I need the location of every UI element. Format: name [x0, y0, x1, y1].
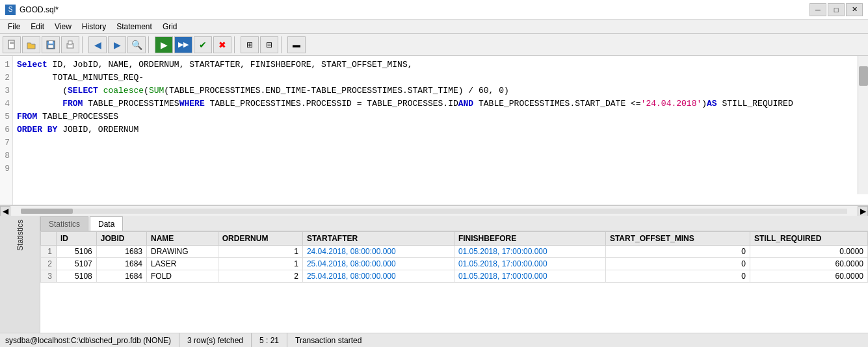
vertical-scrollbar[interactable]: [858, 56, 868, 194]
code-line-7: [17, 136, 864, 149]
scroll-track: [21, 209, 847, 214]
results-main: Statistics Data ID JOBID NAME ORDERNUM: [40, 216, 868, 333]
panel-button[interactable]: ▬: [287, 36, 306, 53]
header-row: ID JOBID NAME ORDERNUM STARTAFTER FINISH…: [41, 232, 868, 246]
menu-statement[interactable]: Statement: [111, 19, 157, 33]
line-num-4: 4: [0, 97, 12, 110]
cell-id-1: 5106: [57, 246, 97, 258]
close-button[interactable]: ✕: [846, 3, 863, 16]
cell-ordernum-2: 1: [218, 258, 302, 270]
run-button[interactable]: ▶: [155, 36, 173, 53]
horizontal-scrollbar[interactable]: ◀ ▶: [0, 205, 868, 216]
window-title: GOOD.sql*: [20, 5, 59, 14]
save-button[interactable]: [42, 36, 60, 53]
app-icon: S: [5, 5, 16, 15]
toolbar-separator-1: [82, 36, 86, 53]
status-bar: sysdba@localhost:C:\db\sched_pro.fdb (NO…: [0, 333, 868, 347]
status-connection: sysdba@localhost:C:\db\sched_pro.fdb (NO…: [5, 333, 179, 347]
table-row: 3 5108 1684 FOLD 2 25.04.2018, 08:00:00.…: [41, 270, 868, 283]
header-jobid: JOBID: [96, 232, 146, 246]
menu-view[interactable]: View: [49, 19, 77, 33]
editor-content: 1 2 3 4 5 6 7 8 9 Select ID, JobID, NAME…: [0, 56, 868, 205]
line-num-8: 8: [0, 149, 12, 162]
line-num-2: 2: [0, 71, 12, 84]
svg-rect-8: [68, 45, 72, 47]
cell-startafter-1: 24.04.2018, 08:00:00.000: [302, 246, 454, 258]
sql-editor[interactable]: 1 2 3 4 5 6 7 8 9 Select ID, JobID, NAME…: [0, 56, 868, 205]
run-all-button[interactable]: ▶▶: [174, 36, 192, 53]
table-row: 2 5107 1684 LASER 1 25.04.2018, 08:00:00…: [41, 258, 868, 270]
status-fetched: 3 row(s) fetched: [179, 333, 252, 347]
toolbar-separator-4: [281, 36, 285, 53]
header-still-required: STILL_REQUIRED: [750, 232, 867, 246]
new-button[interactable]: [3, 36, 21, 53]
cell-startafter-2: 25.04.2018, 08:00:00.000: [302, 258, 454, 270]
stop-button[interactable]: ✖: [213, 36, 231, 53]
title-bar-left: S GOOD.sql*: [5, 5, 59, 15]
cell-jobid-1: 1683: [96, 246, 146, 258]
cell-ordernum-1: 1: [218, 246, 302, 258]
toolbar-separator-3: [234, 36, 238, 53]
scroll-right-button[interactable]: ▶: [858, 206, 868, 216]
cell-rownum-1: 1: [41, 246, 57, 258]
cell-startafter-3: 25.04.2018, 08:00:00.000: [302, 270, 454, 283]
toolbar: ◀ ▶ 🔍 ▶ ▶▶ ✔ ✖ ⊞ ⊟ ▬: [0, 34, 868, 56]
menu-file[interactable]: File: [3, 19, 25, 33]
header-name: NAME: [147, 232, 218, 246]
code-line-3: (SELECT coalesce(SUM(TABLE_PROCESSTIMES.…: [17, 84, 864, 97]
line-num-6: 6: [0, 123, 12, 136]
code-line-2: TOTAL_MINUTES_REQ-: [17, 71, 864, 84]
statistics-sidebar: Statistics: [0, 216, 40, 333]
nav-forward-button[interactable]: ▶: [108, 36, 126, 53]
search-button[interactable]: 🔍: [127, 36, 146, 53]
svg-rect-0: [8, 40, 14, 49]
cell-rownum-3: 3: [41, 270, 57, 283]
code-line-1: Select ID, JobID, NAME, ORDERNUM, STARTA…: [17, 58, 864, 71]
menu-history[interactable]: History: [77, 19, 111, 33]
data-table-container[interactable]: ID JOBID NAME ORDERNUM STARTAFTER FINISH…: [40, 231, 868, 333]
header-finishbefore: FINISHBEFORE: [454, 232, 605, 246]
cell-name-3: FOLD: [147, 270, 218, 283]
scroll-left-button[interactable]: ◀: [0, 206, 10, 216]
grid-view-button[interactable]: ⊞: [241, 36, 259, 53]
code-line-6: ORDER BY JOBID, ORDERNUM: [17, 123, 864, 136]
code-content[interactable]: Select ID, JobID, NAME, ORDERNUM, STARTA…: [13, 56, 868, 205]
toolbar-separator-2: [148, 36, 152, 53]
header-id: ID: [57, 232, 97, 246]
cell-offset-2: 0: [605, 258, 750, 270]
cell-still-1: 0.0000: [750, 246, 867, 258]
results-area: Statistics Statistics Data ID JOBID: [0, 216, 868, 333]
cell-offset-1: 0: [605, 246, 750, 258]
cell-ordernum-3: 2: [218, 270, 302, 283]
line-num-7: 7: [0, 136, 12, 149]
menu-grid[interactable]: Grid: [157, 19, 183, 33]
maximize-button[interactable]: □: [828, 3, 845, 16]
scrollbar-thumb-v: [859, 66, 868, 86]
cell-finishbefore-2: 01.05.2018, 17:00:00.000: [454, 258, 605, 270]
line-numbers: 1 2 3 4 5 6 7 8 9: [0, 56, 13, 205]
scrollbar-thumb-h: [21, 209, 73, 214]
check-button[interactable]: ✔: [194, 36, 212, 53]
nav-back-button[interactable]: ◀: [88, 36, 107, 53]
svg-rect-7: [68, 41, 72, 44]
line-num-1: 1: [0, 58, 12, 71]
menu-edit[interactable]: Edit: [25, 19, 49, 33]
table-row: 1 5106 1683 DRAWING 1 24.04.2018, 08:00:…: [41, 246, 868, 258]
minimize-button[interactable]: ─: [809, 3, 826, 16]
print-button[interactable]: [61, 36, 79, 53]
tab-statistics[interactable]: Statistics: [40, 216, 88, 231]
results-tabs: Statistics Data: [40, 216, 868, 231]
tab-data[interactable]: Data: [90, 216, 123, 231]
cell-finishbefore-1: 01.05.2018, 17:00:00.000: [454, 246, 605, 258]
code-line-8: [17, 149, 864, 162]
cell-name-2: LASER: [147, 258, 218, 270]
open-button[interactable]: [22, 36, 40, 53]
cell-finishbefore-3: 01.05.2018, 17:00:00.000: [454, 270, 605, 283]
split-view-button[interactable]: ⊟: [260, 36, 278, 53]
header-ordernum: ORDERNUM: [218, 232, 302, 246]
results-outer: Statistics Statistics Data ID JOBID: [0, 216, 868, 333]
header-rownum: [41, 232, 57, 246]
cell-still-2: 60.0000: [750, 258, 867, 270]
cell-jobid-3: 1684: [96, 270, 146, 283]
code-line-9: [17, 162, 864, 175]
